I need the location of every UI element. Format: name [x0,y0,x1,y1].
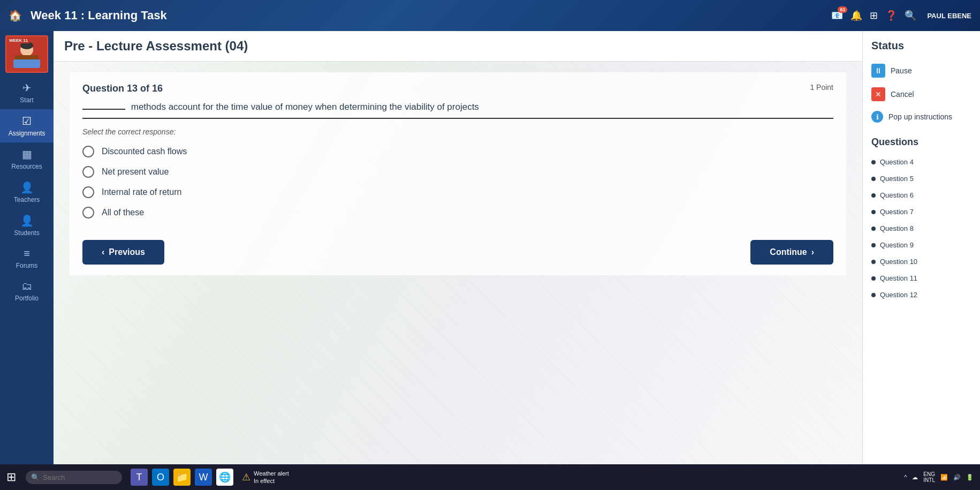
question-link-q6[interactable]: Question 6 [871,190,971,201]
weather-line2: In effect [254,477,289,485]
question-link-q11[interactable]: Question 11 [871,273,971,284]
pause-item[interactable]: ⏸ Pause [871,62,971,80]
sidebar-item-assignments[interactable]: ☑ Assignments [0,109,54,142]
sidebar-item-portfolio[interactable]: 🗂 Portfolio [0,275,54,307]
select-label: Select the correct response: [82,127,833,136]
weather-alert-taskbar: ⚠ Weather alert In effect [242,470,289,485]
status-title: Status [871,40,971,52]
avatar-image [11,40,43,68]
question-link-q4[interactable]: Question 4 [871,156,971,168]
assessment-title: Pre - Lecture Assessment (04) [64,39,248,53]
question-link-q10[interactable]: Question 10 [871,256,971,267]
assessment-container: Question 13 of 16 1 Point methods accoun… [54,62,862,464]
notifications-icon[interactable]: 🔔 [850,10,862,21]
taskbar-apps: T O 📁 W 🌐 [131,469,233,486]
popup-label: Pop up instructions [888,112,952,121]
messages-icon[interactable]: 📧 61 [831,10,843,21]
file-explorer-app[interactable]: 📁 [173,469,191,486]
taskbar-search-icon: 🔍 [31,473,40,481]
forums-icon: ≡ [24,247,30,260]
sidebar-item-start[interactable]: ✈ Start [0,76,54,109]
q11-dot [871,276,876,281]
radio-a[interactable] [82,146,94,157]
chrome-app[interactable]: 🌐 [216,469,233,486]
q5-label: Question 5 [880,175,914,183]
sidebar-item-resources[interactable]: ▦ Resources [0,142,54,176]
continue-label: Continue [770,247,807,257]
word-app[interactable]: W [195,469,212,486]
pause-label: Pause [891,66,912,75]
search-icon[interactable]: 🔍 [905,10,916,21]
nav-buttons: ‹ Previous Continue › [82,240,833,265]
option-d[interactable]: All of these [82,207,833,218]
question-link-q8[interactable]: Question 8 [871,223,971,234]
sidebar-label-teachers: Teachers [14,196,40,203]
continue-arrow-icon: › [811,247,814,257]
avatar: WEEK 11 [5,35,48,73]
q4-label: Question 4 [880,158,914,166]
windows-start-icon[interactable]: ⊞ [6,470,16,484]
radio-d[interactable] [82,207,94,218]
weather-line1: Weather alert [254,470,289,477]
option-b-text: Net present value [102,167,169,177]
question-body: methods account for the time value of mo… [131,102,479,112]
sidebar-label-resources: Resources [11,163,42,170]
wifi-icon: 📶 [940,474,948,481]
info-icon: ℹ [871,111,883,123]
start-icon: ✈ [22,81,32,94]
prev-arrow-icon: ‹ [102,247,104,257]
weather-text: Weather alert In effect [254,470,289,485]
q11-label: Question 11 [880,274,917,282]
option-b[interactable]: Net present value [82,166,833,178]
home-icon[interactable]: 🏠 [9,9,22,22]
popup-item[interactable]: ℹ Pop up instructions [871,109,971,125]
taskbar: ⊞ 🔍 T O 📁 W 🌐 ⚠ Weather alert In effect … [0,464,980,490]
continue-button[interactable]: Continue › [750,240,833,265]
sidebar-item-forums[interactable]: ≡ Forums [0,242,54,275]
option-c[interactable]: Internal rate of return [82,186,833,198]
sidebar-item-teachers[interactable]: 👤 Teachers [0,176,54,209]
q6-dot [871,193,876,198]
sidebar-item-students[interactable]: 👤 Students [0,209,54,242]
teams-app[interactable]: T [131,469,148,486]
option-c-text: Internal rate of return [102,187,181,197]
option-a[interactable]: Discounted cash flows [82,146,833,157]
sidebar: WEEK 11 ✈ Start ☑ Assignments ▦ Resource… [0,31,54,464]
header-icons: 📧 61 🔔 ⊞ ❓ 🔍 PAUL EBENE [831,10,971,21]
previous-button[interactable]: ‹ Previous [82,240,164,265]
cancel-item[interactable]: ✕ Cancel [871,85,971,103]
cancel-icon: ✕ [871,87,885,101]
radio-b[interactable] [82,166,94,178]
outlook-app[interactable]: O [152,469,169,486]
message-badge: 61 [838,6,847,13]
user-name: PAUL EBENE [927,12,971,20]
q5-dot [871,177,876,181]
header-title: Week 11 : Learning Task [31,9,167,22]
search-wrapper: 🔍 [26,471,122,484]
q10-dot [871,260,876,264]
option-a-text: Discounted cash flows [102,147,187,156]
taskbar-search-input[interactable] [26,471,122,484]
svg-rect-2 [15,55,39,59]
question-link-q9[interactable]: Question 9 [871,239,971,251]
question-link-q7[interactable]: Question 7 [871,206,971,217]
question-link-q5[interactable]: Question 5 [871,173,971,184]
grid-icon[interactable]: ⊞ [870,10,878,21]
chevron-up-icon: ^ [904,474,907,480]
question-text: methods account for the time value of mo… [82,102,833,119]
language-display: ENG INTL [923,471,935,483]
questions-section-title: Questions [871,137,971,148]
question-link-q12[interactable]: Question 12 [871,289,971,300]
q12-label: Question 12 [880,291,917,299]
q10-label: Question 10 [880,258,917,266]
svg-rect-3 [13,59,40,68]
main-content: Pre - Lecture Assessment (04) Question 1… [54,31,862,464]
question-blank [82,109,125,110]
question-number: Question 13 of 16 [82,83,163,94]
help-icon[interactable]: ❓ [885,10,897,21]
sidebar-label-students: Students [14,229,39,237]
radio-c[interactable] [82,186,94,198]
question-points: 1 Point [810,83,833,92]
cloud-icon: ☁ [912,474,918,481]
avatar-badge: WEEK 11 [7,37,29,43]
